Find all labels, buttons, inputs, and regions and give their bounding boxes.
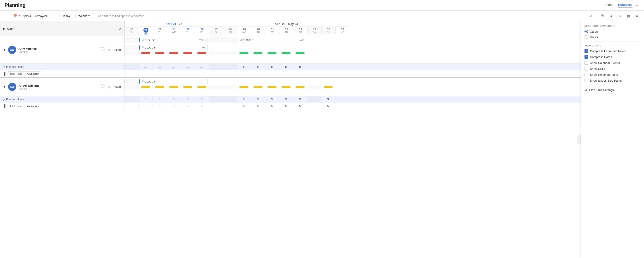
apb-su2 <box>223 85 237 89</box>
angel-action-icon1[interactable]: ⊟ <box>100 84 105 89</box>
angel-row: ▼ AW Angel Williams Member ⊟ ⊘ 140h <box>0 78 644 96</box>
amy-collapse-icon[interactable]: ▼ <box>3 48 6 51</box>
apv-tu: 3 <box>152 96 166 102</box>
day-22: 22MO <box>139 27 153 36</box>
apb-mo3 <box>321 85 335 89</box>
view-config-title: VIEW CONFIG <box>584 44 640 47</box>
show-issues-checkbox[interactable] <box>584 79 588 82</box>
angel-task-row: ☑ CLOUD-6 <box>124 78 644 85</box>
amy-cloud1-card[interactable]: ☑ CLOUD-1 20h ✎ <box>140 38 208 42</box>
amy-task-cloud1-span: ☑ CLOUD-1 20h ✎ <box>138 37 209 43</box>
apv-su2 <box>223 96 237 102</box>
hours-radio-button[interactable] <box>584 35 588 39</box>
angel-avail-tabs: Total Hours Availability <box>7 104 41 108</box>
angel-task-cloud6-span: ☑ CLOUD-6 <box>138 79 209 84</box>
show-calendar-checkbox[interactable] <box>584 61 588 65</box>
angel-avail-left: ▐ Total Hours Availability <box>0 102 124 110</box>
today-button[interactable]: Today <box>60 13 73 19</box>
compress-cards-checkbox[interactable]: ✓ <box>584 55 588 59</box>
angel-avail-tab[interactable]: Availability <box>25 104 41 108</box>
amy-planned-values: 12 12 12 12 12 8 8 8 8 8 <box>124 64 644 70</box>
plan-time-settings-button[interactable]: ⚙ Plan Time Settings <box>584 88 640 92</box>
amy-action-icon1[interactable]: ⊟ <box>100 47 105 52</box>
show-skills-option[interactable]: Show Skills <box>584 67 640 70</box>
week1-group: April 21 - 27 21SU 22MO 23TU 24WE 25TH 2… <box>124 21 223 36</box>
pb-th2 <box>279 51 293 55</box>
pb-tu2 <box>251 51 265 55</box>
apb-mo2 <box>237 85 251 89</box>
date-range-picker[interactable]: 📅 21/Apr/24 - 25/May/24 <box>11 13 50 19</box>
hours-radio-label: Hours <box>590 35 598 39</box>
panel-divider <box>584 42 640 42</box>
angel-planned-row: ⟫ Planned Hours 3 3 3 3 3 3 3 3 <box>0 96 644 102</box>
amy-avail-tab[interactable]: Availability <box>25 72 41 76</box>
amy-cloud1b-card[interactable]: ☑ CLOUD-1 40h <box>238 38 306 42</box>
amy-cloud1-name: CLOUD-1 <box>144 39 156 42</box>
calendar-icon: 📅 <box>13 14 17 18</box>
settings-icon[interactable]: ⚙ <box>634 13 640 19</box>
compress-cards-option[interactable]: ✓ Compress Cards <box>584 55 640 59</box>
amy-avail-tabs: Total Hours Availability <box>7 71 41 76</box>
amy-planned-label: Planned Hours <box>6 65 24 68</box>
day-21: 21SU <box>125 27 139 36</box>
right-panel: RESOURCE ROW FOCUS Cards Hours VIEW CONF… <box>581 21 644 258</box>
day-27: 27SA <box>209 27 223 36</box>
show-calendar-label: Show Calendar Events <box>590 61 620 65</box>
apv-fr2: 3 <box>293 96 307 102</box>
history-icon[interactable]: ⏱ <box>599 13 606 19</box>
weeks-dropdown[interactable]: Weeks ▾ <box>75 13 93 19</box>
download-icon[interactable]: ⬇ <box>608 13 614 19</box>
angel-cloud6-card[interactable]: ☑ CLOUD-6 <box>140 79 208 84</box>
show-skills-checkbox[interactable] <box>584 67 588 70</box>
nav-arrows: ‹ 📅 21/Apr/24 - 25/May/24 › <box>4 13 57 19</box>
pb-mo <box>138 51 152 55</box>
apv-mo: 3 <box>138 96 152 102</box>
aav-mo: 5 <box>138 104 152 109</box>
header-right: Team Resource ··· <box>605 3 640 8</box>
angel-hours: 140h <box>114 85 121 89</box>
bar-chart-icon: ▐ <box>3 72 6 75</box>
amy-action-icon2[interactable]: ⊘ <box>106 47 112 52</box>
search-bar[interactable]: Use filters to find specific resources ⚗ <box>95 13 595 19</box>
angel-action-icon2[interactable]: ⊘ <box>106 84 112 89</box>
user-header-col: ▶ User A <box>0 21 124 36</box>
header: Planning Team Resource ··· <box>0 0 644 11</box>
more-options-button[interactable]: ··· <box>636 3 640 8</box>
next-button[interactable]: › <box>51 13 57 19</box>
amy-t1-sa <box>209 37 223 43</box>
pb-fr2 <box>293 51 307 55</box>
show-issues-option[interactable]: Show Issues Side Panel <box>584 79 640 82</box>
cards-radio-option[interactable]: Cards <box>584 30 640 33</box>
angel-total-hours-tab[interactable]: Total Hours <box>8 104 25 108</box>
pv-th2: 8 <box>279 64 293 70</box>
edit-icon[interactable]: ✎ <box>616 13 623 19</box>
show-rejected-option[interactable]: Show Rejected Plans <box>584 73 640 76</box>
tab-resource[interactable]: Resource <box>618 3 632 8</box>
user-group-expand[interactable]: ▶ <box>3 27 6 30</box>
chart-icon[interactable]: ▦ <box>625 13 632 19</box>
cards-radio-button[interactable] <box>584 30 588 33</box>
aav-we: 5 <box>166 104 180 109</box>
amy-cloud5-card[interactable]: ☑ CLOUD-5 40h <box>140 45 208 50</box>
amy-hours: 120h <box>114 48 121 52</box>
day-06: 06MO <box>335 27 350 35</box>
compress-expanded-checkbox[interactable]: ✓ <box>584 49 588 53</box>
toolbar: ‹ 📅 21/Apr/24 - 25/May/24 › Today Weeks … <box>0 11 644 21</box>
prev-button[interactable]: ‹ <box>4 13 10 19</box>
aav-fr: 5 <box>194 104 209 109</box>
amy-cloud5-hrs: 40h <box>202 46 206 49</box>
amy-task-row2: ☑ CLOUD-5 40h <box>124 44 644 51</box>
compress-expanded-option[interactable]: ✓ Compress Expanded Rows <box>584 49 640 53</box>
panel-collapse-handle[interactable]: › <box>578 135 581 144</box>
amy-task-cloud5-span: ☑ CLOUD-5 40h <box>138 45 209 50</box>
tab-team[interactable]: Team <box>605 3 612 8</box>
amy-total-hours-tab[interactable]: Total Hours <box>8 72 25 76</box>
date-header-row: ▶ User A April 21 - 27 21SU 22MO 23TU 24… <box>0 21 644 36</box>
show-rejected-checkbox[interactable] <box>584 73 588 76</box>
amy-details: Amy Mitchell Member <box>18 47 100 53</box>
angel-collapse-icon[interactable]: ▼ <box>3 85 6 88</box>
week2-group: April 28 - May 04 28SU 29MO 30TU 01WE 02… <box>223 21 350 36</box>
show-calendar-option[interactable]: Show Calendar Events <box>584 61 640 65</box>
day-04: 04SA <box>307 27 321 35</box>
hours-radio-option[interactable]: Hours <box>584 35 640 39</box>
